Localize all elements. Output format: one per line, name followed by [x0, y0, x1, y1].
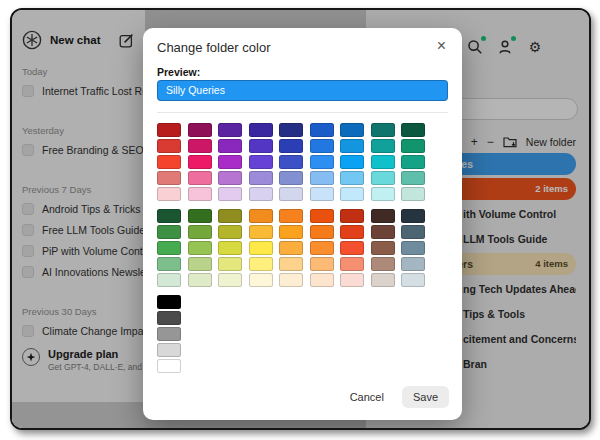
color-swatch[interactable]: [310, 123, 334, 137]
color-swatch[interactable]: [218, 139, 242, 153]
color-swatch[interactable]: [157, 225, 181, 239]
color-swatch[interactable]: [249, 225, 273, 239]
color-swatch[interactable]: [371, 139, 395, 153]
color-swatch[interactable]: [218, 155, 242, 169]
color-swatch[interactable]: [218, 187, 242, 201]
color-swatch[interactable]: [310, 241, 334, 255]
color-swatch[interactable]: [310, 139, 334, 153]
color-swatch[interactable]: [188, 241, 212, 255]
color-swatch[interactable]: [279, 241, 303, 255]
color-swatch[interactable]: [218, 241, 242, 255]
color-swatch[interactable]: [401, 241, 425, 255]
color-swatch[interactable]: [279, 187, 303, 201]
color-swatch[interactable]: [310, 225, 334, 239]
color-swatch[interactable]: [310, 171, 334, 185]
color-swatch[interactable]: [371, 171, 395, 185]
color-swatch[interactable]: [371, 155, 395, 169]
color-swatch[interactable]: [188, 123, 212, 137]
color-swatch[interactable]: [188, 257, 212, 271]
color-swatch[interactable]: [157, 273, 181, 287]
color-swatch[interactable]: [401, 257, 425, 271]
color-swatch[interactable]: [371, 241, 395, 255]
color-swatch[interactable]: [249, 257, 273, 271]
color-swatch[interactable]: [401, 139, 425, 153]
color-swatch[interactable]: [188, 187, 212, 201]
color-swatch[interactable]: [340, 139, 364, 153]
color-swatch[interactable]: [157, 311, 181, 325]
color-swatch[interactable]: [157, 123, 181, 137]
color-swatch[interactable]: [401, 225, 425, 239]
color-swatch[interactable]: [157, 139, 181, 153]
color-swatch[interactable]: [188, 171, 212, 185]
color-swatch[interactable]: [279, 209, 303, 223]
color-swatch[interactable]: [340, 225, 364, 239]
color-swatch[interactable]: [340, 155, 364, 169]
color-swatch[interactable]: [218, 171, 242, 185]
save-button[interactable]: Save: [402, 386, 449, 408]
color-swatch[interactable]: [188, 273, 212, 287]
color-swatch[interactable]: [157, 327, 181, 341]
color-swatch[interactable]: [310, 209, 334, 223]
color-swatch[interactable]: [340, 171, 364, 185]
color-swatch[interactable]: [157, 155, 181, 169]
color-swatch[interactable]: [310, 187, 334, 201]
color-swatch[interactable]: [310, 257, 334, 271]
color-swatch[interactable]: [340, 123, 364, 137]
color-swatch[interactable]: [279, 123, 303, 137]
color-swatch[interactable]: [340, 187, 364, 201]
color-swatch[interactable]: [157, 295, 181, 309]
color-swatch[interactable]: [279, 225, 303, 239]
color-swatch[interactable]: [249, 241, 273, 255]
color-swatch[interactable]: [218, 225, 242, 239]
color-swatch[interactable]: [401, 209, 425, 223]
color-swatch[interactable]: [157, 171, 181, 185]
color-swatch[interactable]: [188, 155, 212, 169]
color-swatch[interactable]: [401, 273, 425, 287]
color-swatch[interactable]: [371, 257, 395, 271]
close-icon[interactable]: ×: [433, 34, 450, 58]
color-swatch[interactable]: [371, 209, 395, 223]
color-swatch[interactable]: [401, 171, 425, 185]
color-swatch[interactable]: [371, 273, 395, 287]
color-swatch[interactable]: [188, 225, 212, 239]
color-swatch[interactable]: [279, 171, 303, 185]
color-swatch[interactable]: [371, 187, 395, 201]
color-swatch[interactable]: [249, 171, 273, 185]
color-swatch[interactable]: [310, 155, 334, 169]
color-swatch[interactable]: [188, 139, 212, 153]
color-swatch[interactable]: [218, 209, 242, 223]
color-swatch[interactable]: [401, 187, 425, 201]
color-swatch[interactable]: [157, 343, 181, 357]
divider: [157, 112, 448, 113]
color-swatch[interactable]: [157, 209, 181, 223]
color-swatch[interactable]: [218, 123, 242, 137]
color-swatch[interactable]: [218, 273, 242, 287]
color-swatch[interactable]: [340, 241, 364, 255]
color-swatch[interactable]: [249, 273, 273, 287]
color-swatch[interactable]: [157, 241, 181, 255]
color-swatch[interactable]: [371, 225, 395, 239]
color-swatch[interactable]: [249, 139, 273, 153]
color-swatch[interactable]: [401, 123, 425, 137]
color-swatch[interactable]: [157, 187, 181, 201]
color-swatch[interactable]: [279, 257, 303, 271]
color-swatch[interactable]: [249, 187, 273, 201]
color-swatch[interactable]: [279, 273, 303, 287]
app-window: New chat TodayInternet Traffic Lost Reac…: [10, 8, 591, 430]
color-swatch[interactable]: [310, 273, 334, 287]
color-swatch[interactable]: [249, 123, 273, 137]
color-swatch[interactable]: [279, 139, 303, 153]
color-swatch[interactable]: [249, 155, 273, 169]
color-swatch[interactable]: [340, 273, 364, 287]
color-swatch[interactable]: [249, 209, 273, 223]
color-swatch[interactable]: [401, 155, 425, 169]
color-swatch[interactable]: [340, 209, 364, 223]
cancel-button[interactable]: Cancel: [346, 391, 388, 403]
color-swatch[interactable]: [340, 257, 364, 271]
color-swatch[interactable]: [218, 257, 242, 271]
color-swatch[interactable]: [188, 209, 212, 223]
color-swatch[interactable]: [371, 123, 395, 137]
color-swatch[interactable]: [157, 359, 181, 373]
color-swatch[interactable]: [157, 257, 181, 271]
color-swatch[interactable]: [279, 155, 303, 169]
